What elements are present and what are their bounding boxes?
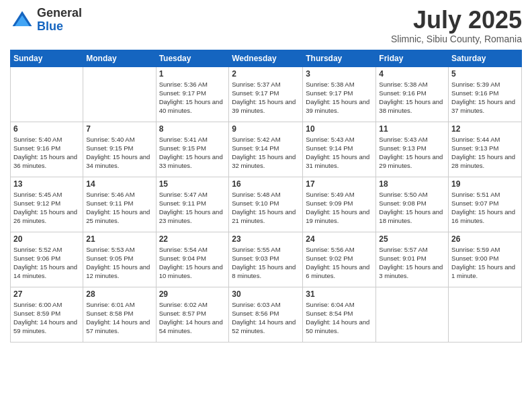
day-cell-3-6: 26Sunrise: 5:59 AMSunset: 9:00 PMDayligh… — [449, 232, 522, 287]
day-number: 4 — [379, 69, 445, 79]
day-number: 23 — [232, 234, 300, 244]
day-cell-2-0: 13Sunrise: 5:45 AMSunset: 9:12 PMDayligh… — [11, 177, 83, 232]
day-cell-2-6: 19Sunrise: 5:51 AMSunset: 9:07 PMDayligh… — [449, 177, 522, 232]
day-cell-4-6 — [449, 287, 522, 342]
day-info: Sunrise: 5:38 AMSunset: 9:16 PMDaylight:… — [379, 80, 445, 116]
logo-blue: Blue — [37, 19, 63, 33]
month-title: July 2025 — [391, 7, 522, 34]
header-wednesday: Wednesday — [229, 50, 303, 66]
day-cell-4-1: 28Sunrise: 6:01 AMSunset: 8:58 PMDayligh… — [83, 287, 156, 342]
day-number: 17 — [306, 179, 373, 189]
day-info: Sunrise: 5:52 AMSunset: 9:06 PMDaylight:… — [13, 245, 80, 281]
day-cell-2-5: 18Sunrise: 5:50 AMSunset: 9:08 PMDayligh… — [376, 177, 449, 232]
day-info: Sunrise: 5:57 AMSunset: 9:01 PMDaylight:… — [379, 245, 445, 281]
day-number: 29 — [159, 289, 226, 299]
day-info: Sunrise: 5:37 AMSunset: 9:17 PMDaylight:… — [232, 80, 300, 116]
day-cell-0-5: 4Sunrise: 5:38 AMSunset: 9:16 PMDaylight… — [376, 66, 449, 122]
day-cell-0-6: 5Sunrise: 5:39 AMSunset: 9:16 PMDaylight… — [449, 66, 522, 122]
day-number: 26 — [451, 234, 519, 244]
day-number: 8 — [159, 124, 226, 134]
day-cell-3-2: 22Sunrise: 5:54 AMSunset: 9:04 PMDayligh… — [156, 232, 229, 287]
logo-icon — [10, 8, 34, 32]
day-number: 27 — [13, 289, 80, 299]
day-info: Sunrise: 5:40 AMSunset: 9:15 PMDaylight:… — [86, 135, 152, 171]
day-cell-1-4: 10Sunrise: 5:43 AMSunset: 9:14 PMDayligh… — [303, 122, 376, 177]
day-info: Sunrise: 6:01 AMSunset: 8:58 PMDaylight:… — [86, 300, 152, 336]
day-cell-2-3: 16Sunrise: 5:48 AMSunset: 9:10 PMDayligh… — [229, 177, 303, 232]
day-number: 30 — [232, 289, 300, 299]
day-number: 28 — [86, 289, 152, 299]
calendar-table: Sunday Monday Tuesday Wednesday Thursday… — [10, 50, 522, 342]
day-number: 19 — [451, 179, 519, 189]
day-cell-2-2: 15Sunrise: 5:47 AMSunset: 9:11 PMDayligh… — [156, 177, 229, 232]
day-number: 16 — [232, 179, 300, 189]
day-cell-1-2: 8Sunrise: 5:41 AMSunset: 9:15 PMDaylight… — [156, 122, 229, 177]
day-info: Sunrise: 5:38 AMSunset: 9:17 PMDaylight:… — [306, 80, 373, 116]
day-number: 11 — [379, 124, 445, 134]
header-sunday: Sunday — [11, 50, 83, 66]
day-number: 20 — [13, 234, 80, 244]
header-monday: Monday — [83, 50, 156, 66]
day-number: 7 — [86, 124, 152, 134]
day-info: Sunrise: 5:40 AMSunset: 9:16 PMDaylight:… — [13, 135, 80, 171]
day-cell-3-5: 25Sunrise: 5:57 AMSunset: 9:01 PMDayligh… — [376, 232, 449, 287]
week-row-1: 6Sunrise: 5:40 AMSunset: 9:16 PMDaylight… — [11, 122, 522, 177]
day-info: Sunrise: 5:44 AMSunset: 9:13 PMDaylight:… — [451, 135, 519, 171]
day-info: Sunrise: 5:54 AMSunset: 9:04 PMDaylight:… — [159, 245, 226, 281]
day-cell-2-1: 14Sunrise: 5:46 AMSunset: 9:11 PMDayligh… — [83, 177, 156, 232]
day-number: 14 — [86, 179, 152, 189]
day-info: Sunrise: 6:04 AMSunset: 8:54 PMDaylight:… — [306, 300, 373, 336]
day-cell-0-3: 2Sunrise: 5:37 AMSunset: 9:17 PMDaylight… — [229, 66, 303, 122]
day-number: 25 — [379, 234, 445, 244]
day-number: 18 — [379, 179, 445, 189]
day-cell-3-0: 20Sunrise: 5:52 AMSunset: 9:06 PMDayligh… — [11, 232, 83, 287]
page: General Blue July 2025 Slimnic, Sibiu Co… — [0, 0, 532, 411]
header-tuesday: Tuesday — [156, 50, 229, 66]
day-number: 15 — [159, 179, 226, 189]
day-cell-4-0: 27Sunrise: 6:00 AMSunset: 8:59 PMDayligh… — [11, 287, 83, 342]
day-info: Sunrise: 5:43 AMSunset: 9:13 PMDaylight:… — [379, 135, 445, 171]
day-cell-0-4: 3Sunrise: 5:38 AMSunset: 9:17 PMDaylight… — [303, 66, 376, 122]
day-cell-4-3: 30Sunrise: 6:03 AMSunset: 8:56 PMDayligh… — [229, 287, 303, 342]
day-info: Sunrise: 5:59 AMSunset: 9:00 PMDaylight:… — [451, 245, 519, 281]
location-subtitle: Slimnic, Sibiu County, Romania — [391, 34, 522, 44]
logo-general: General — [37, 6, 82, 19]
day-info: Sunrise: 5:51 AMSunset: 9:07 PMDaylight:… — [451, 190, 519, 226]
day-info: Sunrise: 6:00 AMSunset: 8:59 PMDaylight:… — [13, 300, 80, 336]
header-thursday: Thursday — [303, 50, 376, 66]
day-number: 5 — [451, 69, 519, 79]
header-saturday: Saturday — [449, 50, 522, 66]
day-info: Sunrise: 5:53 AMSunset: 9:05 PMDaylight:… — [86, 245, 152, 281]
week-row-3: 20Sunrise: 5:52 AMSunset: 9:06 PMDayligh… — [11, 232, 522, 287]
day-cell-0-1 — [83, 66, 156, 122]
day-number: 12 — [451, 124, 519, 134]
day-cell-3-3: 23Sunrise: 5:55 AMSunset: 9:03 PMDayligh… — [229, 232, 303, 287]
day-number: 31 — [306, 289, 373, 299]
day-info: Sunrise: 5:49 AMSunset: 9:09 PMDaylight:… — [306, 190, 373, 226]
header-row: General Blue July 2025 Slimnic, Sibiu Co… — [10, 7, 522, 44]
day-info: Sunrise: 5:46 AMSunset: 9:11 PMDaylight:… — [86, 190, 152, 226]
day-number: 2 — [232, 69, 300, 79]
day-number: 10 — [306, 124, 373, 134]
day-cell-3-4: 24Sunrise: 5:56 AMSunset: 9:02 PMDayligh… — [303, 232, 376, 287]
day-cell-4-2: 29Sunrise: 6:02 AMSunset: 8:57 PMDayligh… — [156, 287, 229, 342]
day-info: Sunrise: 5:36 AMSunset: 9:17 PMDaylight:… — [159, 80, 226, 116]
day-cell-4-5 — [376, 287, 449, 342]
day-cell-1-5: 11Sunrise: 5:43 AMSunset: 9:13 PMDayligh… — [376, 122, 449, 177]
day-info: Sunrise: 5:48 AMSunset: 9:10 PMDaylight:… — [232, 190, 300, 226]
day-number: 6 — [13, 124, 80, 134]
logo: General Blue — [10, 7, 82, 34]
header-friday: Friday — [376, 50, 449, 66]
day-info: Sunrise: 5:43 AMSunset: 9:14 PMDaylight:… — [306, 135, 373, 171]
day-info: Sunrise: 5:45 AMSunset: 9:12 PMDaylight:… — [13, 190, 80, 226]
day-cell-4-4: 31Sunrise: 6:04 AMSunset: 8:54 PMDayligh… — [303, 287, 376, 342]
day-cell-2-4: 17Sunrise: 5:49 AMSunset: 9:09 PMDayligh… — [303, 177, 376, 232]
week-row-4: 27Sunrise: 6:00 AMSunset: 8:59 PMDayligh… — [11, 287, 522, 342]
day-number: 9 — [232, 124, 300, 134]
weekday-header-row: Sunday Monday Tuesday Wednesday Thursday… — [11, 50, 522, 66]
day-info: Sunrise: 5:42 AMSunset: 9:14 PMDaylight:… — [232, 135, 300, 171]
day-number: 24 — [306, 234, 373, 244]
day-number: 3 — [306, 69, 373, 79]
logo-text: General Blue — [37, 7, 82, 34]
day-info: Sunrise: 5:41 AMSunset: 9:15 PMDaylight:… — [159, 135, 226, 171]
